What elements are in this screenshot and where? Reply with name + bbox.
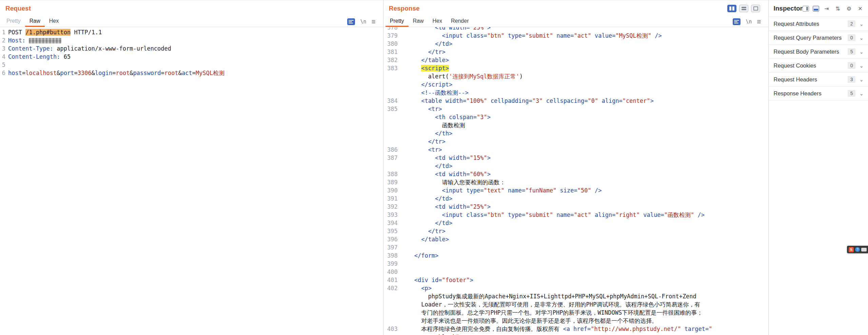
code-segment: "submit": [525, 211, 553, 218]
tab-hex[interactable]: Hex: [45, 17, 63, 27]
code-segment: [400, 252, 414, 259]
dock-bottom-icon[interactable]: [813, 6, 819, 12]
line-number: 2: [0, 36, 5, 44]
code-segment: >: [487, 27, 491, 31]
code-line: 函数检测: [383, 121, 769, 129]
line-number: 388: [383, 170, 398, 178]
code-segment: align=: [598, 97, 623, 104]
line-number: 6: [0, 69, 5, 77]
gear-icon[interactable]: ⚙: [845, 5, 853, 12]
code-segment: "函数检测": [664, 211, 694, 218]
code-text: <input class="btn" type="submit" name="a…: [400, 32, 662, 40]
line-number: 5: [0, 61, 5, 69]
line-number: [383, 121, 398, 129]
pretty-print-icon[interactable]: [733, 18, 741, 25]
tab-raw[interactable]: Raw: [409, 17, 428, 27]
inspector-section-request-headers[interactable]: Request Headers3⌄: [769, 73, 868, 87]
editor-menu-icon[interactable]: ≡: [371, 18, 375, 25]
code-segment: <a href=: [563, 325, 591, 332]
section-label: Response Headers: [773, 90, 821, 97]
help-icon[interactable]: ?: [855, 247, 860, 252]
code-segment: phpStudy集成最新的Apache+Nginx+IIS+Lighttpd+P…: [400, 293, 696, 300]
code-segment: [400, 220, 435, 226]
tab-raw[interactable]: Raw: [25, 17, 45, 27]
ime-toolbar[interactable]: S ?: [847, 246, 868, 253]
tab-render[interactable]: Render: [447, 17, 473, 27]
code-segment: [400, 81, 421, 88]
code-text: 请输入您要检测的函数：: [400, 178, 506, 186]
inspector-section-request-attributes[interactable]: Request Attributes2⌄: [769, 17, 868, 31]
code-line: </td>: [383, 162, 769, 170]
inspector-section-request-query-parameters[interactable]: Request Query Parameters0⌄: [769, 31, 868, 45]
code-segment: [25, 37, 29, 44]
response-editor-icons: \n ≡: [733, 18, 761, 27]
code-segment: cellpadding=: [487, 97, 532, 104]
line-number: [383, 129, 398, 137]
layout-single-icon[interactable]: [751, 5, 760, 12]
code-segment: type=: [505, 32, 525, 39]
request-editor-icons: \n ≡: [347, 18, 375, 27]
code-segment: cellspacing=: [542, 97, 588, 104]
sogou-icon[interactable]: S: [849, 247, 854, 252]
tab-pretty[interactable]: Pretty: [386, 17, 409, 27]
code-line: 对老手来说也是一件烦琐的事。因此无论你是新手还是老手，该程序包都是一个不错的选择…: [383, 317, 769, 325]
close-icon[interactable]: ✕: [856, 5, 864, 12]
inspector-section-response-headers[interactable]: Response Headers5⌄: [769, 87, 868, 100]
code-segment: </td>: [435, 220, 452, 226]
code-segment: name=: [553, 32, 574, 39]
newline-toggle-icon[interactable]: \n: [746, 19, 752, 25]
count-badge: 3: [848, 76, 856, 83]
code-segment: <div id=: [414, 277, 442, 283]
code-line: 399: [383, 260, 769, 268]
newline-toggle-icon[interactable]: \n: [360, 19, 366, 25]
align-icon[interactable]: ⇥: [823, 5, 830, 12]
code-segment: <p>: [421, 285, 432, 292]
code-line: 385 <tr>: [383, 105, 769, 113]
keyboard-icon[interactable]: [861, 248, 867, 252]
code-segment: </tr>: [428, 49, 446, 55]
code-segment: <td width=: [435, 203, 470, 210]
collapse-all-icon[interactable]: ⇅: [834, 5, 842, 12]
line-number: 379: [383, 32, 398, 40]
inspector-section-request-cookies[interactable]: Request Cookies0⌄: [769, 59, 868, 73]
code-segment: <input class=: [442, 211, 487, 218]
request-editor[interactable]: 1POST /1.php#button HTTP/1.12Host: 3Cont…: [0, 27, 383, 335]
code-segment: [400, 285, 421, 292]
code-text: </th>: [400, 129, 453, 137]
inspector-sections: Request Attributes2⌄Request Query Parame…: [769, 17, 868, 100]
layout-rows-icon[interactable]: [739, 5, 748, 12]
layout-columns-icon[interactable]: [727, 5, 736, 12]
code-line: 4Content-Length: 65: [0, 53, 383, 61]
code-segment: 对老手来说也是一件烦琐的事。因此无论你是新手还是老手，该程序包都是一个不错的选择…: [400, 317, 657, 324]
code-segment: 请输入您要检测的函数：: [400, 179, 506, 186]
dock-right-icon[interactable]: [803, 6, 809, 12]
code-text: alert('连接到MySql数据库正常'): [400, 72, 523, 80]
code-line: 384 <table width="100%" cellpadding="3" …: [383, 97, 769, 105]
code-text: </tr>: [400, 48, 446, 56]
tab-pretty[interactable]: Pretty: [2, 17, 25, 27]
code-line: Loader，一次性安装，无须配置即可使用，是非常方便、好用的PHP调试环境。该…: [383, 300, 769, 309]
request-code: 1POST /1.php#button HTTP/1.12Host: 3Cont…: [0, 28, 383, 77]
tab-hex[interactable]: Hex: [428, 17, 447, 27]
inspector-section-request-body-parameters[interactable]: Request Body Parameters5⌄: [769, 45, 868, 59]
count-badge: 0: [848, 34, 856, 41]
code-text: <th colspan="3">: [400, 113, 491, 121]
code-segment: [400, 89, 421, 96]
code-line: 3Content-Type: application/x-www-form-ur…: [0, 44, 383, 53]
request-tabs: PrettyRawHex: [2, 17, 63, 27]
code-text: Content-Length: 65: [8, 53, 71, 61]
code-line: 383 <script>: [383, 64, 769, 72]
code-segment: [400, 211, 442, 218]
pretty-print-icon[interactable]: [347, 18, 355, 25]
response-viewer[interactable]: 378 <td width="25%">379 <input class="bt…: [383, 27, 769, 335]
code-line: 396 </table>: [383, 235, 769, 243]
code-segment: >: [487, 114, 491, 120]
chevron-down-icon: ⌄: [859, 77, 864, 82]
editor-menu-icon[interactable]: ≡: [757, 18, 761, 25]
code-segment: =: [74, 70, 78, 76]
code-segment: "act": [574, 211, 591, 218]
line-number: [383, 300, 398, 309]
line-number: [383, 292, 398, 300]
code-segment: >: [487, 171, 491, 178]
response-code: 378 <td width="25%">379 <input class="bt…: [383, 27, 769, 335]
